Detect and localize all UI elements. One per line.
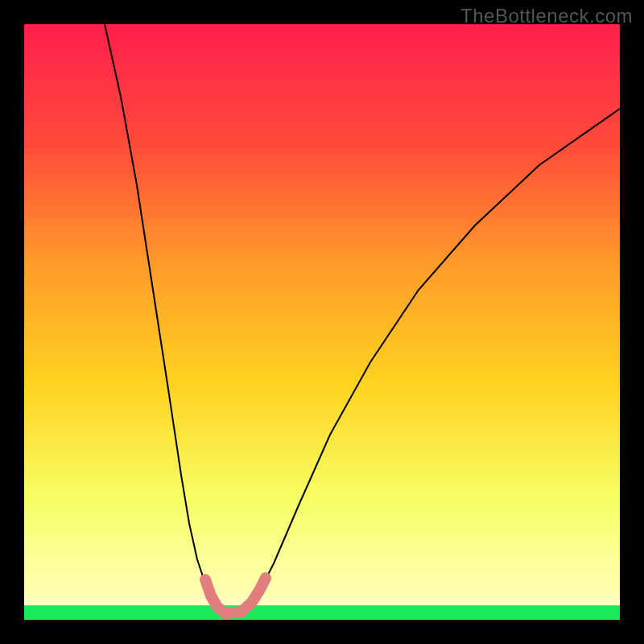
chart-frame: TheBottleneck.com [0, 0, 644, 644]
green-target-band [24, 605, 620, 620]
plot-area [24, 24, 620, 620]
gradient-background [24, 24, 620, 620]
chart-svg [24, 24, 620, 620]
